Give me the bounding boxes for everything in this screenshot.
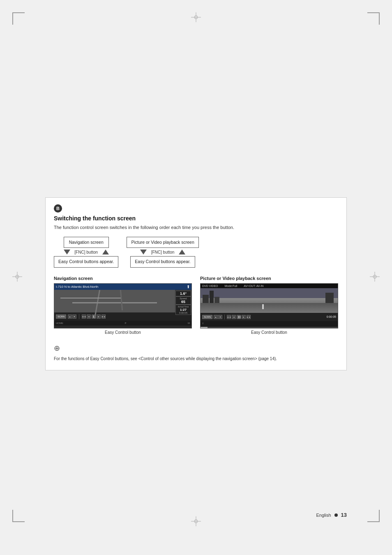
corner-mark-bl <box>12 510 25 522</box>
corner-mark-tl <box>12 12 25 25</box>
note-icon: ⊕ <box>54 344 338 353</box>
nav-bottom-left: HOME <box>56 322 63 324</box>
nav-arrival-box: Arrival Time 1:27 0:00:05 <box>175 305 191 315</box>
video-btn-prev: ◄ <box>232 315 236 319</box>
flow-arrows-video: [FNC] button <box>140 250 185 254</box>
page-footer: English 13 <box>316 512 347 518</box>
corner-mark-br <box>367 510 380 522</box>
video-bottom-bar: T <box>201 321 338 326</box>
video-progress-bar <box>201 327 338 328</box>
video-btn-up: ▲ <box>214 315 218 319</box>
nav-easy-control-label: Easy Control button <box>54 330 192 335</box>
nav-road-2 <box>72 302 157 303</box>
nav-cursor-icon: ⬆ <box>187 284 190 289</box>
nav-btn-fwd: ►► <box>101 314 106 319</box>
video-controls-bar: SCRN ▲ ▼ ◄◄ ◄ ▐▐ ► ►► 0:0 <box>201 313 338 321</box>
video-easy-control-label: Easy Control button <box>200 330 338 335</box>
fnc-label-right: [FNC] button <box>151 250 175 254</box>
nav-btn-up: ▲ <box>68 314 72 319</box>
video-mode-label: Mode:Full <box>225 284 238 287</box>
nav-bottom-middle: P <box>125 322 126 324</box>
video-av-label: AV=OUT: AV-IN <box>244 284 263 287</box>
nav-map-left <box>54 290 175 312</box>
flow-arrows-nav: [FNC] button <box>64 250 109 254</box>
nav-screen-section: Navigation screen I-710 N to Atlantic Bl… <box>54 276 192 335</box>
video-top-bar: DVD VIDEO Mode:Full AV=OUT: AV-IN <box>201 284 338 288</box>
footer-bullet <box>334 513 338 517</box>
arrow-up-nav <box>102 250 109 254</box>
nav-top-bar: I-710 N to Atlantic Blvd-North ⬆ <box>54 284 191 290</box>
nav-controls: SCRN ▲ ▼ ◄◄ ◄ ▐▐ ► ►► <box>54 312 191 321</box>
nav-road-4 <box>60 298 121 298</box>
building-4 <box>325 293 334 303</box>
crosshair-right <box>370 272 380 283</box>
fnc-label-left: [FNC] button <box>74 250 98 254</box>
flow-column-left: Navigation screen [FNC] button Easy Cont… <box>54 237 118 268</box>
nav-route-text: I-710 N to Atlantic Blvd-North <box>56 285 98 289</box>
video-ctrl-btns: ◄◄ ◄ ▐▐ ► ►► <box>227 315 251 319</box>
video-btn-fwd: ►► <box>247 315 251 319</box>
nav-btn-prev: ◄ <box>87 314 91 319</box>
flow-diagram: Navigation screen [FNC] button Easy Cont… <box>54 237 338 268</box>
nav-screen-label: Navigation screen <box>54 276 192 281</box>
nav-btn-rew: ◄◄ <box>82 314 86 319</box>
arrow-down-video <box>140 250 147 254</box>
screens-row: Navigation screen I-710 N to Atlantic Bl… <box>54 276 338 335</box>
section-description: The function control screen switches in … <box>54 224 338 231</box>
video-progress-fill <box>201 327 208 328</box>
corner-mark-tr <box>367 12 380 25</box>
video-screen-image: DVD VIDEO Mode:Full AV=OUT: AV-IN <box>200 283 338 328</box>
nav-btn-down: ▼ <box>72 314 76 319</box>
nav-arrival-label: Arrival Time <box>177 305 190 308</box>
crosshair-left <box>12 272 22 283</box>
building-2 <box>210 291 214 303</box>
footer-language: English <box>316 513 331 518</box>
nav-map-right: 1.6° Speed 65 Arrival Time 1:27 0:00:05 <box>175 290 191 312</box>
video-btn-down: ▼ <box>218 315 222 319</box>
page: B Switching the function screen The func… <box>0 0 392 555</box>
road-surface <box>201 303 338 313</box>
video-screen-label: Picture or Video playback screen <box>200 276 338 281</box>
nav-time-display: 0:00:05 <box>177 312 190 314</box>
nav-distance-box: 1.6° <box>175 291 191 296</box>
lane-marker-2 <box>262 304 264 308</box>
nav-screen-image: I-710 N to Atlantic Blvd-North ⬆ <box>54 283 192 328</box>
arrow-down-nav <box>64 250 70 254</box>
note-section: ⊕ For the functions of Easy Control butt… <box>54 340 338 362</box>
building-3 <box>214 297 219 303</box>
nav-road-3 <box>120 290 123 310</box>
video-bottom-text: T <box>202 322 204 325</box>
nav-bottom-right: M <box>188 322 190 324</box>
nav-bottom-bar: HOME P M <box>54 321 191 326</box>
section-badge: B <box>54 204 62 213</box>
flow-box-video: Picture or Video playback screen <box>127 237 198 248</box>
nav-speed-value: 65 <box>177 300 190 304</box>
video-dvd-label: DVD VIDEO <box>202 284 218 287</box>
video-screen-section: Picture or Video playback screen DVD VID… <box>200 276 338 335</box>
nav-control-up-down: ▲ ▼ <box>68 314 76 319</box>
nav-arrival-value: 1:27 <box>177 308 190 312</box>
section-title: Switching the function screen <box>54 215 338 222</box>
flow-box-navigation: Navigation screen <box>64 237 109 248</box>
video-scrn-button: SCRN <box>202 315 212 319</box>
footer-page-number: 13 <box>341 512 347 518</box>
building-1 <box>203 295 209 303</box>
crosshair-bottom <box>191 516 201 526</box>
video-control-up-down: ▲ ▼ <box>214 315 222 319</box>
nav-btn-next: ► <box>97 314 101 319</box>
nav-speed-box: Speed 65 <box>175 296 191 305</box>
nav-distance-value: 1.6° <box>177 291 190 296</box>
video-time-display: 0:00:05 <box>327 315 336 318</box>
video-btn-rew: ◄◄ <box>227 315 231 319</box>
crosshair-top <box>191 12 201 22</box>
video-divider <box>224 314 225 319</box>
content-area: B Switching the function screen The func… <box>45 197 347 370</box>
arrow-up-video <box>179 250 185 254</box>
nav-map-area: 1.6° Speed 65 Arrival Time 1:27 0:00:05 <box>54 290 191 312</box>
video-btn-next: ► <box>242 315 246 319</box>
video-btn-pause: ▐▐ <box>237 315 241 319</box>
flow-column-right: Picture or Video playback screen [FNC] b… <box>127 237 198 268</box>
nav-scrn-button: SCRN <box>56 314 66 319</box>
flow-box-nav-bottom: Easy Control buttons appear. <box>54 256 118 268</box>
note-text: For the functions of Easy Control button… <box>54 356 277 361</box>
